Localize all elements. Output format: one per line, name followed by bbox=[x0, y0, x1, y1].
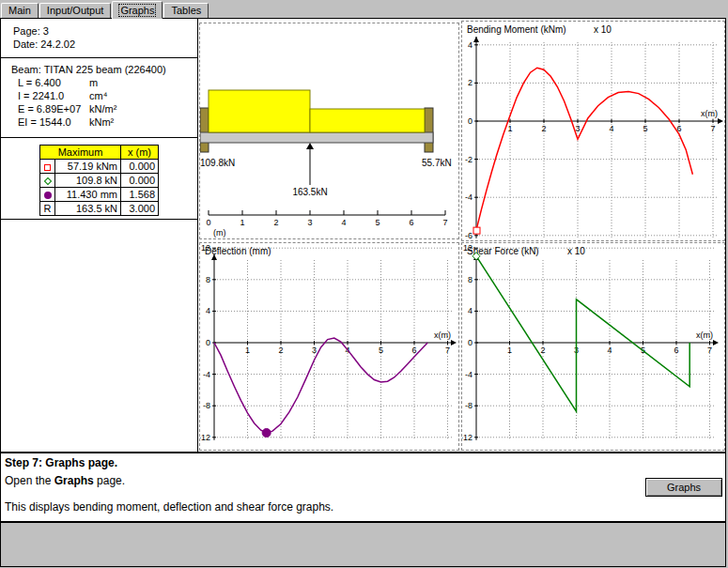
y-tick-label: -8 bbox=[203, 401, 210, 410]
x-tick-label: 6 bbox=[674, 345, 678, 355]
max-table-symbol-cell bbox=[40, 188, 55, 202]
ruler-tick-label: 1 bbox=[240, 218, 244, 227]
diamond-green-marker-icon bbox=[43, 177, 51, 185]
tab-bar: MainInput/OutputGraphsTables bbox=[0, 0, 728, 18]
ruler-tick-label: 7 bbox=[442, 218, 447, 227]
max-table-value-cell: 163.5 kN bbox=[55, 202, 121, 216]
step-line-1-suffix: page. bbox=[94, 474, 125, 487]
max-table-x-cell: 0.000 bbox=[121, 174, 159, 188]
graphs-page: Page: 3 Date: 24.2.02 Beam: TITAN 225 be… bbox=[0, 18, 726, 453]
tab-input-output[interactable]: Input/Output bbox=[39, 3, 112, 18]
y-tick-label: 4 bbox=[468, 306, 472, 315]
y-tick-label: -4 bbox=[465, 370, 472, 379]
beam-property-unit: m bbox=[89, 76, 98, 89]
left-reaction-label: 109.8kN bbox=[200, 158, 235, 168]
x-tick-label: 5 bbox=[643, 124, 647, 133]
distributed-load-left bbox=[209, 90, 310, 132]
step-line-1-bold: Graphs bbox=[54, 474, 94, 487]
beam-diagram-svg: 109.8kN55.7kN163.5kN01234567(m) bbox=[200, 23, 458, 238]
max-table-header-maximum: Maximum bbox=[40, 146, 121, 160]
mid-reaction-label: 163.5kN bbox=[292, 187, 327, 197]
max-marker-square-icon bbox=[473, 227, 480, 234]
step-line-1: Open the Graphs page. bbox=[5, 474, 125, 487]
step-line-1-prefix: Open the bbox=[5, 474, 54, 487]
tab-label: Input/Output bbox=[47, 5, 104, 16]
beam-property-value: EI = 1544.0 bbox=[18, 115, 89, 129]
ruler-tick-label: 4 bbox=[341, 218, 346, 227]
x-tick-label: 2 bbox=[278, 345, 283, 355]
max-table-row: R163.5 kN3.000 bbox=[40, 202, 159, 216]
x-axis-label: x(m) bbox=[434, 330, 451, 340]
y-axis-arrow-icon bbox=[473, 37, 479, 42]
left-support bbox=[200, 108, 209, 152]
tab-label: Main bbox=[8, 5, 31, 16]
y-tick-label: -12 bbox=[200, 433, 210, 442]
max-table-header-row: Maximum x (m) bbox=[40, 146, 159, 160]
x-tick-label: 7 bbox=[445, 345, 450, 355]
max-table-symbol-cell bbox=[40, 160, 55, 174]
max-table-symbol-cell: R bbox=[40, 202, 55, 216]
series-shear_force bbox=[476, 256, 689, 411]
beam-property-unit: kNm² bbox=[89, 115, 114, 129]
x-tick-label: 1 bbox=[507, 345, 512, 355]
max-table-value-cell: 57.19 kNm bbox=[55, 160, 121, 174]
y-tick-label: 8 bbox=[468, 275, 472, 284]
x-tick-label: 1 bbox=[245, 345, 250, 355]
bending-moment-chart-svg: 1234567420-2-4-6x(m)Bending Moment (kNm)… bbox=[462, 22, 724, 240]
beam-property-value: L = 6.400 bbox=[18, 76, 89, 89]
y-tick-label: 0 bbox=[206, 338, 210, 347]
ruler-tick-label: 3 bbox=[307, 218, 312, 227]
step-title: Step 7: Graphs page. bbox=[5, 456, 117, 469]
chart-bending-moment: 1234567420-2-4-6x(m)Bending Moment (kNm)… bbox=[461, 21, 725, 241]
right-support bbox=[425, 108, 433, 152]
step-line-2: This displays bending moment, deflection… bbox=[5, 500, 333, 514]
y-tick-label: 4 bbox=[206, 306, 210, 315]
x-tick-label: 2 bbox=[540, 345, 545, 355]
beam-properties-section: Beam: TITAN 225 beam (226400) L = 6.400m… bbox=[1, 58, 197, 138]
ruler-tick-label: 2 bbox=[273, 218, 278, 227]
beam-label: Beam: TITAN 225 beam (226400) bbox=[11, 63, 197, 76]
x-axis-arrow-icon bbox=[451, 340, 457, 345]
tab-graphs[interactable]: Graphs bbox=[112, 1, 163, 19]
max-table-header-x: x (m) bbox=[121, 146, 159, 160]
beam-property-unit: kN/m² bbox=[89, 102, 116, 115]
max-table-x-cell: 3.000 bbox=[121, 202, 159, 216]
graphs-button[interactable]: Graphs bbox=[645, 478, 722, 497]
beam-property-row: EI = 1544.0kNm² bbox=[18, 115, 197, 129]
max-table-value-cell: 11.430 mm bbox=[55, 188, 121, 202]
tab-main[interactable]: Main bbox=[1, 3, 39, 18]
y-tick-label: 0 bbox=[468, 116, 472, 126]
tab-tables[interactable]: Tables bbox=[163, 3, 209, 18]
bottom-strip bbox=[0, 522, 726, 567]
square-red-marker-icon bbox=[44, 164, 51, 171]
ruler-tick-label: 6 bbox=[409, 218, 413, 227]
chart-scale-note: x 10 bbox=[567, 246, 585, 256]
page-label: Page: 3 bbox=[13, 24, 197, 38]
beam-property-value: I = 2241.0 bbox=[18, 89, 89, 102]
y-tick-label: 4 bbox=[468, 40, 472, 50]
max-table-value-cell: 109.8 kN bbox=[55, 174, 121, 188]
circle-purple-marker-icon bbox=[44, 192, 52, 199]
chart-title: Deflection (mm) bbox=[205, 246, 271, 256]
y-tick-label: -6 bbox=[465, 231, 472, 240]
max-marker-circle-icon bbox=[262, 429, 271, 438]
beam-property-row: L = 6.400m bbox=[18, 76, 197, 89]
y-tick-label: 2 bbox=[468, 78, 472, 87]
x-tick-label: 5 bbox=[379, 345, 383, 355]
x-tick-label: 7 bbox=[710, 124, 715, 133]
max-table-symbol-cell bbox=[40, 174, 55, 188]
right-reaction-label: 55.7kN bbox=[422, 158, 452, 168]
max-table-row: 57.19 kNm0.000 bbox=[40, 160, 159, 174]
x-tick-label: 3 bbox=[575, 124, 580, 133]
y-tick-label: -4 bbox=[465, 192, 472, 202]
x-axis-label: x(m) bbox=[696, 330, 713, 340]
max-table-row: 11.430 mm1.568 bbox=[40, 188, 159, 202]
max-table-x-cell: 0.000 bbox=[121, 160, 159, 174]
ruler-tick-label: 0 bbox=[206, 218, 210, 227]
x-tick-label: 3 bbox=[312, 345, 317, 355]
tab-label: Tables bbox=[171, 5, 201, 16]
shear-force-chart-svg: 123456712840-4-8-12x(m)Shear Force (kN)x… bbox=[462, 243, 724, 450]
y-tick-label: -2 bbox=[465, 155, 472, 164]
deflection-chart-svg: 123456712840-4-8-12x(m)Deflection (mm) bbox=[200, 243, 458, 450]
beam-property-value: E = 6.89E+07 bbox=[18, 102, 89, 115]
